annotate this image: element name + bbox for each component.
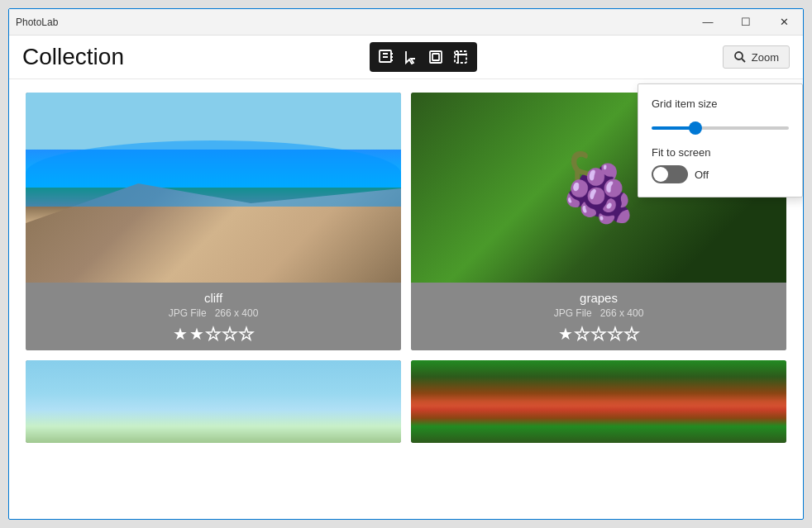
star-2: ★ xyxy=(189,324,204,344)
star-5: ★ xyxy=(624,324,639,344)
star-1: ★ xyxy=(558,324,573,344)
cliff-meta: JPG File 266 x 400 xyxy=(32,307,394,319)
grid-size-slider[interactable] xyxy=(652,126,789,130)
zoom-icon xyxy=(733,50,747,64)
grid-item-cliff[interactable]: cliff JPG File 266 x 400 ★ ★ ★ ★ ★ xyxy=(26,93,401,350)
toggle-state-label: Off xyxy=(695,169,709,181)
fit-to-screen-toggle[interactable] xyxy=(652,165,688,183)
zoom-button[interactable]: Zoom xyxy=(723,45,790,69)
fit-to-screen-label: Fit to screen xyxy=(652,146,789,159)
grapes-info: grapes JPG File 266 x 400 ★ ★ ★ ★ ★ xyxy=(411,283,786,350)
window-controls: — ☐ ✕ xyxy=(689,9,803,36)
cliff-name: cliff xyxy=(32,291,394,305)
zoom-panel: Grid item size Fit to screen Off xyxy=(638,83,803,197)
slider-container xyxy=(652,118,789,133)
svg-rect-0 xyxy=(380,50,391,62)
cliff-stars: ★ ★ ★ ★ ★ xyxy=(32,324,394,344)
svg-rect-8 xyxy=(455,51,466,63)
content-area: Collection xyxy=(9,36,803,519)
select-pointer-icon[interactable] xyxy=(401,47,421,67)
svg-line-12 xyxy=(742,59,745,62)
header: Collection xyxy=(9,36,803,79)
svg-point-11 xyxy=(735,52,743,59)
close-button[interactable]: ✕ xyxy=(765,9,803,36)
forest-image xyxy=(411,360,786,443)
star-4: ★ xyxy=(608,324,623,344)
grapes-name: grapes xyxy=(418,291,780,305)
grid-item-4[interactable] xyxy=(411,360,786,443)
main-window: PhotoLab — ☐ ✕ Collection xyxy=(8,8,804,520)
cliff-info: cliff JPG File 266 x 400 ★ ★ ★ ★ ★ xyxy=(26,283,401,350)
blue-sky-image xyxy=(26,360,401,443)
star-3: ★ xyxy=(206,324,221,344)
toolbar xyxy=(370,42,477,72)
toggle-knob xyxy=(653,167,668,182)
add-collection-icon[interactable] xyxy=(376,47,396,67)
star-1: ★ xyxy=(173,324,188,344)
crop-selection-icon[interactable] xyxy=(451,47,470,67)
maximize-button[interactable]: ☐ xyxy=(727,9,765,36)
grid-item-size-label: Grid item size xyxy=(652,98,789,110)
fit-window-icon[interactable] xyxy=(426,47,446,67)
star-3: ★ xyxy=(591,324,606,344)
fit-to-screen-row: Off xyxy=(652,165,789,183)
svg-rect-6 xyxy=(430,51,442,63)
zoom-label: Zoom xyxy=(752,51,779,64)
grid-item-3[interactable] xyxy=(26,360,401,443)
star-5: ★ xyxy=(239,324,254,344)
page-title: Collection xyxy=(22,44,124,70)
minimize-button[interactable]: — xyxy=(689,9,727,36)
svg-rect-7 xyxy=(432,54,439,60)
star-2: ★ xyxy=(575,324,590,344)
app-title: PhotoLab xyxy=(16,17,58,28)
star-4: ★ xyxy=(222,324,237,344)
grapes-meta: JPG File 266 x 400 xyxy=(418,307,780,319)
title-bar: PhotoLab — ☐ ✕ xyxy=(9,9,803,36)
grapes-stars: ★ ★ ★ ★ ★ xyxy=(418,324,780,344)
cliff-image xyxy=(26,93,401,283)
